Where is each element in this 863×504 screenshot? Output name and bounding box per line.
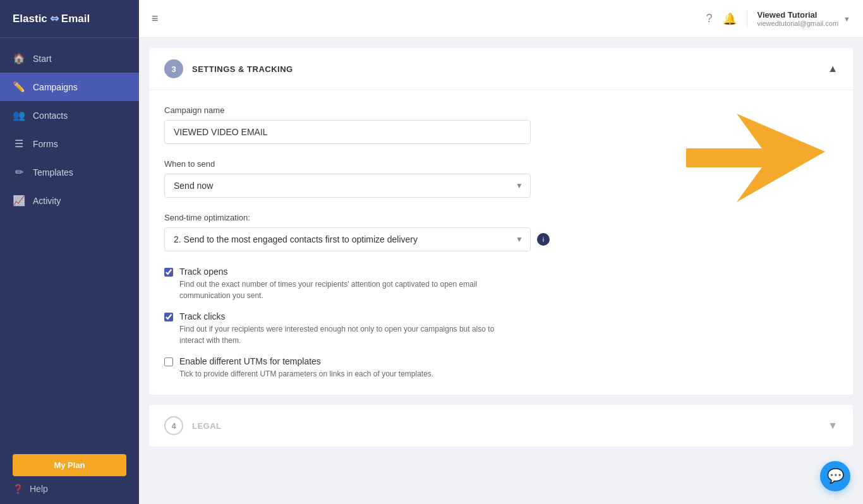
sidebar-item-campaigns-label: Campaigns xyxy=(33,82,78,92)
sidebar-item-start-label: Start xyxy=(33,54,52,64)
logo-link-icon: ⇔ xyxy=(50,12,59,25)
sidebar-nav: 🏠 Start ✏️ Campaigns 👥 Contacts ☰ Forms … xyxy=(0,38,139,444)
sidebar-item-activity-label: Activity xyxy=(33,196,61,206)
user-name: Viewed Tutorial xyxy=(757,10,839,20)
sidebar-item-forms-label: Forms xyxy=(33,139,58,149)
section-legal: 4 LEGAL ▼ xyxy=(149,405,853,447)
track-opens-text: Track opens Find out the exact number of… xyxy=(179,267,521,301)
section3-body: Campaign name When to send Send now Sche… xyxy=(149,90,853,395)
section3-header-left: 3 SETTINGS & TRACKING xyxy=(164,59,293,78)
user-dropdown-caret[interactable]: ▼ xyxy=(843,15,850,23)
send-time-select-wrapper: 1. No optimization 2. Send to the most e… xyxy=(164,227,531,251)
enable-utms-label: Enable different UTMs for templates xyxy=(179,356,433,366)
enable-utms-item: Enable different UTMs for templates Tick… xyxy=(164,356,838,380)
user-details: Viewed Tutorial viewedtutorial@gmail.com xyxy=(757,10,839,27)
contacts-icon: 👥 xyxy=(13,109,25,121)
user-info: Viewed Tutorial viewedtutorial@gmail.com… xyxy=(747,10,850,27)
sidebar-item-contacts-label: Contacts xyxy=(33,111,68,121)
send-time-group: Send-time optimization: 1. No optimizati… xyxy=(164,213,838,251)
help-label: Help xyxy=(30,484,48,494)
sidebar-item-help[interactable]: ❓ Help xyxy=(13,484,126,494)
campaign-name-label: Campaign name xyxy=(164,105,838,115)
enable-utms-desc: Tick to provide different UTM parameters… xyxy=(179,368,433,380)
campaign-name-group: Campaign name xyxy=(164,105,838,144)
track-opens-label: Track opens xyxy=(179,267,521,277)
chat-button[interactable]: 💬 xyxy=(820,461,850,491)
section4-title: LEGAL xyxy=(192,421,222,431)
help-circle-icon[interactable]: ? xyxy=(706,12,713,25)
step3-badge: 3 xyxy=(164,59,183,78)
sidebar-item-campaigns[interactable]: ✏️ Campaigns xyxy=(0,73,139,101)
logo: Elastic ⇔ Email xyxy=(0,0,139,38)
sidebar-bottom: My Plan ❓ Help xyxy=(0,444,139,504)
when-to-send-select[interactable]: Send now Schedule Send in batches xyxy=(164,174,531,198)
track-clicks-label: Track clicks xyxy=(179,311,521,321)
send-time-info-icon[interactable]: i xyxy=(537,233,550,246)
sidebar-item-activity[interactable]: 📈 Activity xyxy=(0,186,139,215)
section4-header: 4 LEGAL ▼ xyxy=(149,405,853,447)
topbar-right: ? 🔔 Viewed Tutorial viewedtutorial@gmail… xyxy=(706,10,850,27)
track-clicks-desc: Find out if your recipients were interes… xyxy=(179,323,521,346)
track-clicks-item: Track clicks Find out if your recipients… xyxy=(164,311,838,346)
sidebar-item-templates[interactable]: ✏ Templates xyxy=(0,158,139,186)
user-email: viewedtutorial@gmail.com xyxy=(757,20,839,27)
track-clicks-checkbox[interactable] xyxy=(164,313,173,321)
send-time-row: 1. No optimization 2. Send to the most e… xyxy=(164,227,838,251)
content-area: 3 SETTINGS & TRACKING ▲ Campaign name Wh… xyxy=(139,38,863,504)
track-opens-item: Track opens Find out the exact number of… xyxy=(164,267,838,301)
sidebar-item-contacts[interactable]: 👥 Contacts xyxy=(0,101,139,129)
section3-collapse-button[interactable]: ▲ xyxy=(828,63,838,75)
step4-badge: 4 xyxy=(164,416,183,435)
logo-suffix: Email xyxy=(61,13,90,25)
send-time-select[interactable]: 1. No optimization 2. Send to the most e… xyxy=(164,227,531,251)
topbar-left: ≡ xyxy=(152,12,159,25)
section4-header-left: 4 LEGAL xyxy=(164,416,222,435)
section3-header: 3 SETTINGS & TRACKING ▲ xyxy=(149,48,853,90)
enable-utms-checkbox[interactable] xyxy=(164,357,173,366)
track-clicks-text: Track clicks Find out if your recipients… xyxy=(179,311,521,346)
section-settings-tracking: 3 SETTINGS & TRACKING ▲ Campaign name Wh… xyxy=(149,48,853,395)
topbar: ≡ ? 🔔 Viewed Tutorial viewedtutorial@gma… xyxy=(139,0,863,38)
tracking-checkboxes: Track opens Find out the exact number of… xyxy=(164,267,838,380)
campaigns-icon: ✏️ xyxy=(13,81,25,93)
enable-utms-text: Enable different UTMs for templates Tick… xyxy=(179,356,433,380)
section4-expand-button[interactable]: ▼ xyxy=(828,420,838,431)
sidebar-item-templates-label: Templates xyxy=(33,167,73,177)
when-to-send-select-wrapper: Send now Schedule Send in batches ▼ xyxy=(164,174,531,198)
forms-icon: ☰ xyxy=(13,138,25,150)
when-to-send-group: When to send Send now Schedule Send in b… xyxy=(164,159,838,198)
my-plan-button[interactable]: My Plan xyxy=(13,454,126,476)
section3-title: SETTINGS & TRACKING xyxy=(192,64,293,74)
send-time-label: Send-time optimization: xyxy=(164,213,838,222)
logo-text: Elastic xyxy=(13,13,47,25)
when-to-send-label: When to send xyxy=(164,159,838,169)
activity-icon: 📈 xyxy=(13,195,25,207)
home-icon: 🏠 xyxy=(13,52,25,64)
help-icon: ❓ xyxy=(13,484,23,494)
sidebar-item-forms[interactable]: ☰ Forms xyxy=(0,129,139,158)
sidebar-item-start[interactable]: 🏠 Start xyxy=(0,44,139,73)
main-area: ≡ ? 🔔 Viewed Tutorial viewedtutorial@gma… xyxy=(139,0,863,504)
sidebar: Elastic ⇔ Email 🏠 Start ✏️ Campaigns 👥 C… xyxy=(0,0,139,504)
track-opens-checkbox[interactable] xyxy=(164,268,173,277)
hamburger-icon[interactable]: ≡ xyxy=(152,12,159,25)
templates-icon: ✏ xyxy=(13,166,25,178)
campaign-name-input[interactable] xyxy=(164,120,531,144)
track-opens-desc: Find out the exact number of times your … xyxy=(179,279,521,301)
bell-icon[interactable]: 🔔 xyxy=(723,12,737,26)
